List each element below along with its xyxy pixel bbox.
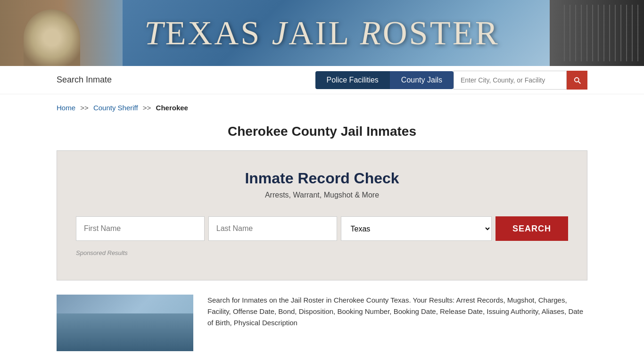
first-name-input[interactable] [76, 216, 205, 241]
breadcrumb-county-sheriff[interactable]: County Sheriff [93, 104, 138, 112]
facility-search-input[interactable] [454, 71, 567, 90]
site-title: TEXAS JAIL ROSTER [144, 14, 499, 53]
search-box-subtitle: Arrests, Warrant, Mugshot & More [76, 191, 568, 199]
sponsored-label: Sponsored Results [76, 249, 568, 256]
breadcrumb-sep1: >> [80, 104, 89, 112]
search-icon [573, 76, 581, 84]
nav-buttons: Police Facilities County Jails [315, 71, 587, 90]
breadcrumb-sep2: >> [143, 104, 151, 112]
facility-image [57, 295, 193, 351]
breadcrumb: Home >> County Sheriff >> Cherokee [0, 94, 644, 116]
inmate-search-box: Inmate Record Check Arrests, Warrant, Mu… [57, 150, 587, 280]
search-box-title: Inmate Record Check [76, 170, 568, 187]
bottom-section: Search for Inmates on the Jail Roster in… [0, 295, 644, 351]
facility-search-button[interactable] [567, 71, 587, 90]
page-title: Cherokee County Jail Inmates [0, 124, 644, 139]
site-banner: TEXAS JAIL ROSTER [0, 0, 644, 66]
banner-left-decoration [0, 0, 123, 66]
search-fields: AlabamaAlaskaArizonaArkansasCaliforniaCo… [76, 216, 568, 241]
navbar: Search Inmate Police Facilities County J… [0, 66, 644, 94]
state-select[interactable]: AlabamaAlaskaArizonaArkansasCaliforniaCo… [341, 216, 492, 241]
search-inmate-label: Search Inmate [57, 75, 112, 85]
breadcrumb-current: Cherokee [156, 104, 188, 112]
police-facilities-button[interactable]: Police Facilities [315, 71, 390, 89]
banner-right-decoration [550, 0, 644, 66]
last-name-input[interactable] [208, 216, 337, 241]
breadcrumb-home[interactable]: Home [57, 104, 75, 112]
search-button[interactable]: SEARCH [495, 216, 568, 241]
bottom-description: Search for Inmates on the Jail Roster in… [207, 295, 587, 351]
county-jails-button[interactable]: County Jails [390, 71, 454, 89]
